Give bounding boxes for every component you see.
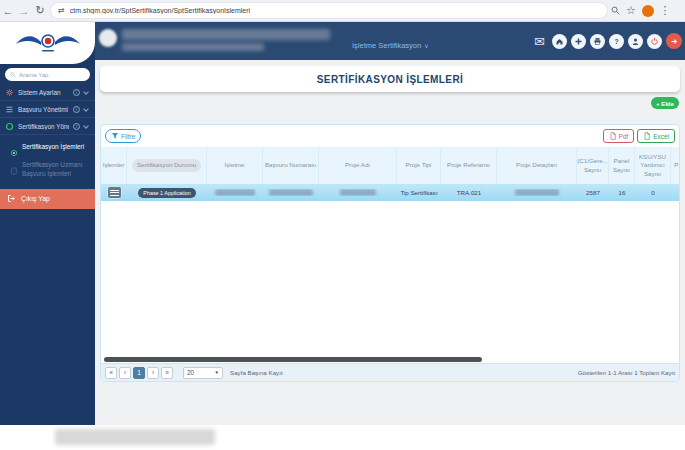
- select-caret-icon: ▼: [215, 370, 219, 375]
- row-actions-button[interactable]: [107, 186, 122, 199]
- sidebar-item-2[interactable]: Sertifikasyon Yönetimi: [0, 118, 95, 135]
- pagination-summary: Gösterilen 1-1 Arası 1 Toplam Kayıt: [578, 369, 675, 376]
- sidebar-item-logout[interactable]: Çıkış Yap: [0, 189, 95, 209]
- header-power-button[interactable]: [647, 34, 662, 49]
- chevron-down-icon: [83, 89, 89, 95]
- column-header-2[interactable]: İşletme: [207, 147, 263, 184]
- header-print-button[interactable]: [590, 34, 605, 49]
- back-button[interactable]: ←: [0, 5, 16, 17]
- column-header-5[interactable]: Proje Tipi: [397, 147, 441, 184]
- sidebar-item-1[interactable]: Başvuru Yönetimi: [0, 101, 95, 118]
- shgm-logo: [12, 28, 84, 58]
- page-size-value: 20: [187, 369, 194, 376]
- add-button[interactable]: + Ekle: [651, 97, 679, 109]
- column-header-0[interactable]: İşlemler: [101, 147, 127, 184]
- header-add-button[interactable]: [571, 34, 586, 49]
- redacted-footer: [55, 429, 215, 445]
- header-logout-button[interactable]: [666, 33, 682, 49]
- page-size-select[interactable]: 20 ▼: [183, 367, 223, 379]
- cell-7: [497, 189, 577, 196]
- cell-10: 0: [635, 189, 671, 196]
- doc-icon: [10, 161, 18, 169]
- page-1-button[interactable]: 1: [133, 367, 145, 379]
- table-row[interactable]: Phase 1 ApplicationTip SertifikasıTRA.02…: [101, 184, 679, 201]
- pdf-file-icon: [609, 132, 617, 140]
- bookmark-star-icon[interactable]: ☆: [623, 4, 639, 17]
- sidebar-item-label: Sistem Ayarları: [18, 89, 69, 96]
- target-icon: [10, 143, 18, 151]
- module-dropdown[interactable]: İşletme Sertifikasyon ∨: [352, 41, 429, 50]
- page-size-label: Sayfa Başına Kayıt: [230, 369, 283, 376]
- search-input[interactable]: [19, 72, 85, 78]
- column-header-4[interactable]: Proje Adı: [319, 147, 397, 184]
- page-title: SERTİFİKASYON İŞLEMLERİ: [317, 74, 463, 85]
- sidebar-item-label: Sertifikasyon Yönetimi: [18, 123, 69, 130]
- search-icon[interactable]: [607, 5, 623, 17]
- add-icon: [574, 37, 583, 46]
- home-icon: [555, 37, 564, 46]
- refresh-button[interactable]: ↻: [32, 4, 48, 17]
- site-info-icon[interactable]: ⇄: [58, 6, 65, 15]
- prev-page-button[interactable]: ‹: [119, 367, 131, 379]
- sidebar-subitem-0[interactable]: Sertifikasyon İşlemleri: [0, 138, 95, 156]
- pdf-button-label: Pdf: [619, 133, 629, 140]
- table-toolbar: Filtre Pdf Excel: [101, 125, 679, 147]
- header-help-button[interactable]: ?: [609, 34, 624, 49]
- redacted-cell: [215, 189, 255, 196]
- column-header-9[interactable]: Panel Sayısı: [609, 147, 635, 184]
- cell-0: [101, 186, 127, 199]
- last-page-button[interactable]: »: [161, 367, 173, 379]
- mail-icon[interactable]: ✉: [534, 34, 545, 49]
- column-header-8[interactable]: (C1/Gere... Sayısı: [577, 147, 609, 184]
- table-header-row: İşlemlerSertifikasyon DurumuİşletmeBaşvu…: [101, 147, 679, 184]
- pagination-bar: «‹1›» 20 ▼ Sayfa Başına Kayıt Gösterilen…: [101, 363, 679, 381]
- forward-button[interactable]: →: [16, 5, 32, 17]
- ring-icon: [5, 122, 14, 131]
- horizontal-scrollbar: [101, 355, 679, 363]
- excel-button-label: Excel: [653, 133, 669, 140]
- cell-6: TRA.021: [441, 189, 497, 196]
- sidebar-subitem-1[interactable]: Sertifikasyon Uzmanı Başvuru İşlemleri: [0, 156, 95, 183]
- column-header-7[interactable]: Proje Detayları: [497, 147, 577, 184]
- redacted-cell: [269, 189, 313, 196]
- pdf-export-button[interactable]: Pdf: [603, 129, 635, 143]
- browser-toolbar: ← → ↻ ⇄ ctm.shgm.gov.tr/SptSertifikasyon…: [0, 0, 685, 22]
- first-page-button[interactable]: «: [105, 367, 117, 379]
- search-icon: [10, 72, 16, 78]
- logout-label: Çıkış Yap: [21, 195, 50, 202]
- filter-button-label: Filtre: [121, 133, 135, 140]
- browser-menu-icon[interactable]: ⋮: [657, 4, 673, 17]
- page-title-bar: SERTİFİKASYON İŞLEMLERİ: [100, 66, 680, 92]
- redacted-user-info-2: [122, 43, 264, 51]
- browser-avatar[interactable]: [642, 5, 654, 17]
- column-header-10[interactable]: KSU/YSU Yardımcı Sayısı: [635, 147, 671, 184]
- address-bar[interactable]: ⇄ ctm.shgm.gov.tr/SptSertifikasyon/SptSe…: [51, 3, 607, 18]
- status-badge: Phase 1 Application: [138, 188, 195, 198]
- info-icon[interactable]: [73, 89, 80, 96]
- cell-5: Tip Sertifikası: [397, 189, 441, 196]
- table-card: Filtre Pdf Excel İşlemlerSertifikasyon D…: [100, 124, 680, 382]
- horizontal-scrollbar-thumb[interactable]: [104, 357, 482, 362]
- info-icon[interactable]: [73, 106, 80, 113]
- header-profile-button[interactable]: [628, 34, 643, 49]
- svg-text:?: ?: [614, 37, 618, 44]
- user-avatar: [99, 29, 117, 47]
- column-header-1[interactable]: Sertifikasyon Durumu: [127, 147, 207, 184]
- info-icon[interactable]: [73, 123, 80, 130]
- main-content: SERTİFİKASYON İŞLEMLERİ + Ekle Filtre Pd…: [95, 60, 685, 425]
- cell-3: [263, 189, 319, 196]
- column-header-6[interactable]: Proje Referansı: [441, 147, 497, 184]
- chevron-down-icon: [83, 106, 89, 112]
- column-header-3[interactable]: Başvuru Numarası: [263, 147, 319, 184]
- sidebar-subitem-label: Sertifikasyon Uzmanı Başvuru İşlemleri: [22, 160, 91, 179]
- column-header-11[interactable]: PS: [671, 147, 680, 184]
- power-icon: [650, 37, 659, 46]
- sidebar-item-0[interactable]: Sistem Ayarları: [0, 84, 95, 101]
- header-home-button[interactable]: [552, 34, 567, 49]
- profile-icon: [631, 37, 640, 46]
- cell-4: [319, 189, 397, 196]
- filter-button[interactable]: Filtre: [105, 129, 141, 143]
- cell-9: 16: [609, 189, 635, 196]
- next-page-button[interactable]: ›: [147, 367, 159, 379]
- excel-export-button[interactable]: Excel: [637, 129, 675, 143]
